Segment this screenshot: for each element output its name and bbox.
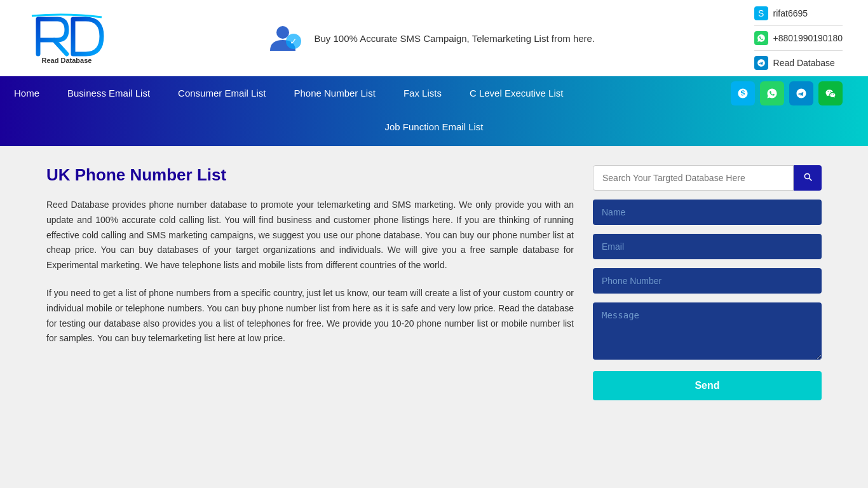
header-center: ✓ Buy 100% Accurate SMS Campaign, Telema… (267, 22, 595, 54)
nav-phone-number[interactable]: Phone Number List (280, 76, 389, 110)
contact-skype: S rifat6695 (754, 6, 843, 20)
nav-fax[interactable]: Fax Lists (390, 76, 456, 110)
logo-area: Read Database (25, 10, 108, 67)
nav-top-items: Home Business Email List Consumer Email … (0, 76, 577, 110)
phone-input[interactable] (593, 268, 822, 294)
svg-text:✓: ✓ (290, 36, 297, 46)
contact-whatsapp: +8801990190180 (754, 31, 843, 45)
nav-whatsapp-icon[interactable] (760, 81, 784, 105)
svg-text:Read Database: Read Database (42, 57, 92, 64)
page-title: UK Phone Number List (46, 165, 574, 185)
message-textarea[interactable] (593, 302, 822, 360)
email-input[interactable] (593, 234, 822, 259)
telegram-label: Read Database (773, 58, 835, 68)
nav-telegram-icon[interactable] (789, 81, 813, 105)
nav-bottom-row: Job Function Email List (0, 110, 868, 146)
nav-c-level[interactable]: C Level Executive List (456, 76, 578, 110)
content-paragraph-1: Reed Database provides phone number data… (46, 198, 574, 273)
nav-skype-icon[interactable] (731, 81, 755, 105)
nav-home[interactable]: Home (0, 76, 53, 110)
nav-social-icons (731, 81, 843, 105)
sidebar: Send (593, 165, 822, 400)
header-tagline: Buy 100% Accurate SMS Campaign, Telemark… (314, 33, 595, 44)
search-row (593, 165, 822, 191)
nav-top-row: Home Business Email List Consumer Email … (0, 76, 868, 110)
nav-wechat-icon[interactable] (818, 81, 843, 105)
name-input[interactable] (593, 200, 822, 225)
contact-info: S rifat6695 +8801990190180 Read Database (754, 6, 843, 70)
contact-telegram: Read Database (754, 56, 843, 70)
nav-consumer-email[interactable]: Consumer Email List (164, 76, 280, 110)
send-button[interactable]: Send (593, 371, 822, 400)
search-input[interactable] (593, 165, 794, 191)
telegram-icon (754, 56, 768, 70)
header: Read Database ✓ Buy 100% Accurate SMS Ca… (0, 0, 868, 76)
skype-icon: S (754, 6, 768, 20)
main-content: UK Phone Number List Reed Database provi… (21, 165, 847, 400)
search-button[interactable] (794, 165, 822, 191)
navbar: Home Business Email List Consumer Email … (0, 76, 868, 146)
logo-svg: Read Database (25, 10, 108, 67)
whatsapp-label: +8801990190180 (773, 33, 843, 43)
svg-point-1 (276, 26, 289, 39)
person-icon: ✓ (267, 22, 305, 54)
nav-job-function[interactable]: Job Function Email List (370, 110, 497, 144)
content-paragraph-2: If you need to get a list of phone numbe… (46, 286, 574, 346)
whatsapp-icon (754, 31, 768, 45)
content-area: UK Phone Number List Reed Database provi… (46, 165, 574, 400)
skype-label: rifat6695 (773, 8, 808, 18)
nav-business-email[interactable]: Business Email List (53, 76, 164, 110)
